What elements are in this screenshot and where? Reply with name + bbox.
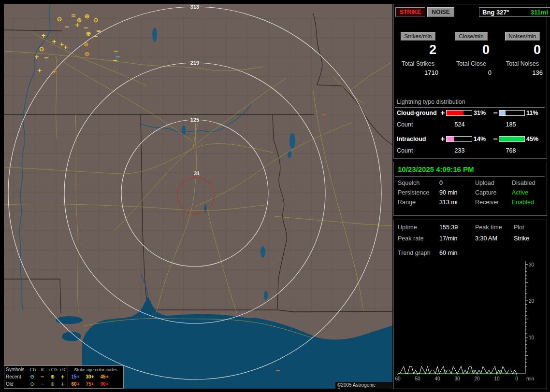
legend-old-label: Old <box>4 381 27 387</box>
y-tick-label: 10 <box>529 335 535 340</box>
trend-graph-label: Trend graph <box>398 250 431 256</box>
age-75: 75+ <box>83 381 97 387</box>
minus-sign: − <box>492 135 499 143</box>
cg-negative-bar-fill <box>499 111 506 115</box>
strike-symbol: ⊖ <box>39 45 44 53</box>
x-tick-label: 50 <box>415 376 420 381</box>
intracloud-label: Intracloud <box>397 136 439 142</box>
strike-symbol: + <box>52 68 57 75</box>
receiver-label: Receiver <box>475 199 499 206</box>
cg-positive-bar <box>446 110 472 116</box>
strike-symbol: ⊖ <box>93 16 99 24</box>
strike-symbol: ⊕ <box>85 50 90 57</box>
old-cg-neg-icon: ⊖ <box>27 381 37 387</box>
legend-type-cg-pos: +CG <box>47 367 58 372</box>
intracloud-count-row: Count 233 768 <box>397 147 545 154</box>
noise-trace <box>398 370 517 374</box>
plot-label: Plot <box>514 224 524 231</box>
peak-time-label: Peak time <box>475 224 502 231</box>
peak-time-value: 3:30 AM <box>475 235 497 242</box>
intracloud-row: Intracloud + 14% − 45% <box>397 136 545 142</box>
uptime-row: Uptime 155:39 Peak time Plot <box>394 224 547 233</box>
legend-symbols-header: Symbols <box>4 367 27 372</box>
peak-rate-value: 17/min <box>439 235 458 242</box>
strike-symbol: − <box>44 54 49 61</box>
uptime-value: 155:39 <box>439 224 458 231</box>
x-tick-label: 60 <box>395 376 401 381</box>
recent-ic-pos-icon: + <box>58 374 68 380</box>
trend-graph: 3020106050403020100min <box>395 259 536 385</box>
strike-symbol: − <box>113 57 118 64</box>
strike-symbol: + <box>75 21 80 28</box>
ring-label-125: 125 <box>190 117 199 123</box>
x-tick-label: 10 <box>494 376 500 381</box>
noise-button[interactable]: NOISE <box>427 7 454 17</box>
capture-status: Active <box>512 189 528 196</box>
total-close-value: 0 <box>447 69 495 76</box>
squelch-label: Squelch <box>398 180 420 186</box>
ring-label-31: 31 <box>194 170 200 176</box>
noises-per-min-label: Noises/min <box>505 32 540 41</box>
cloud-ground-count-row: Count 524 185 <box>397 121 545 128</box>
x-axis-unit: min <box>526 376 534 381</box>
ring-label-219: 219 <box>190 60 199 66</box>
upload-status: Disabled <box>512 180 536 186</box>
age-15: 15+ <box>68 374 83 379</box>
legend-age-header: Strike age color codes <box>68 367 123 372</box>
status-row-squelch: Squelch 0 Upload Disabled <box>394 180 547 188</box>
plus-sign: + <box>439 109 446 117</box>
x-tick-label: 40 <box>434 376 440 381</box>
legend-recent-row: Recent ⊖ − ⊕ + 15+ 30+ 45+ <box>4 373 123 380</box>
bearing-distance: 311mi <box>531 9 548 16</box>
old-cg-pos-icon: ⊕ <box>47 381 58 387</box>
strike-symbol: + <box>41 32 46 39</box>
strike-symbol: − <box>93 33 99 40</box>
strike-symbol: − <box>322 111 327 118</box>
minus-sign: − <box>492 109 499 117</box>
y-tick-label: 30 <box>529 262 535 267</box>
range-label: Range <box>398 199 416 206</box>
cg-negative-pct: 11% <box>525 110 545 116</box>
strike-stats-box: STRIKE NOISE Bng 327° 311mi Strikes/min … <box>393 4 547 159</box>
legend-type-ic-neg: -IC <box>37 367 47 372</box>
legend-type-ic-pos: +IC <box>58 367 68 372</box>
map-area: 313 219 125 31 ⊖=⊕⊕⊖−+−=+++⊕−⊖⊕+−−+⊕−++−… <box>4 4 392 389</box>
cg-positive-pct: 31% <box>472 110 492 116</box>
ic-negative-count: 768 <box>497 147 524 154</box>
strike-symbol: + <box>63 43 69 51</box>
old-ic-neg-icon: − <box>37 381 47 387</box>
total-close-label: Total Close <box>447 60 495 67</box>
upload-label: Upload <box>475 180 494 186</box>
strike-symbol: = <box>71 12 76 19</box>
ic-positive-count: 233 <box>446 147 473 154</box>
strike-symbol: ⊕ <box>86 30 91 37</box>
strike-symbol: ⊕ <box>85 13 90 20</box>
age-60: 60+ <box>68 381 83 387</box>
status-row-range: Range 313 mi Receiver Enabled <box>394 199 547 208</box>
plus-sign: + <box>439 135 446 143</box>
control-panel: STRIKE NOISE Bng 327° 311mi Strikes/min … <box>393 4 547 389</box>
x-tick-label: 20 <box>474 376 480 381</box>
capture-label: Capture <box>475 189 496 196</box>
total-noises-label: Total Noises <box>498 60 547 67</box>
ic-positive-pct: 14% <box>472 136 492 142</box>
datetime-display: 10/23/2025 4:09:16 PM <box>398 165 474 173</box>
strike-symbol: + <box>52 38 57 45</box>
range-value: 313 mi <box>439 199 458 206</box>
strike-symbol: + <box>34 53 40 60</box>
strike-button[interactable]: STRIKE <box>395 7 425 17</box>
divider <box>395 107 545 108</box>
ic-negative-pct: 45% <box>525 136 545 142</box>
session-stats-box: Uptime 155:39 Peak time Plot Peak rate 1… <box>393 220 547 389</box>
status-row-persistence: Persistence 90 min Capture Active <box>394 189 547 198</box>
recent-ic-neg-icon: − <box>37 374 47 380</box>
strike-symbol: + <box>37 67 43 74</box>
cg-positive-count: 524 <box>446 121 473 128</box>
y-tick-label: 20 <box>529 298 535 304</box>
ring-label-313: 313 <box>190 4 199 10</box>
noises-per-min-value: 0 <box>498 42 547 57</box>
cloud-ground-label: Cloud-ground <box>397 110 439 116</box>
bearing-value: Bng 327° <box>482 9 509 16</box>
age-90: 90+ <box>97 381 112 387</box>
squelch-value: 0 <box>439 180 443 186</box>
